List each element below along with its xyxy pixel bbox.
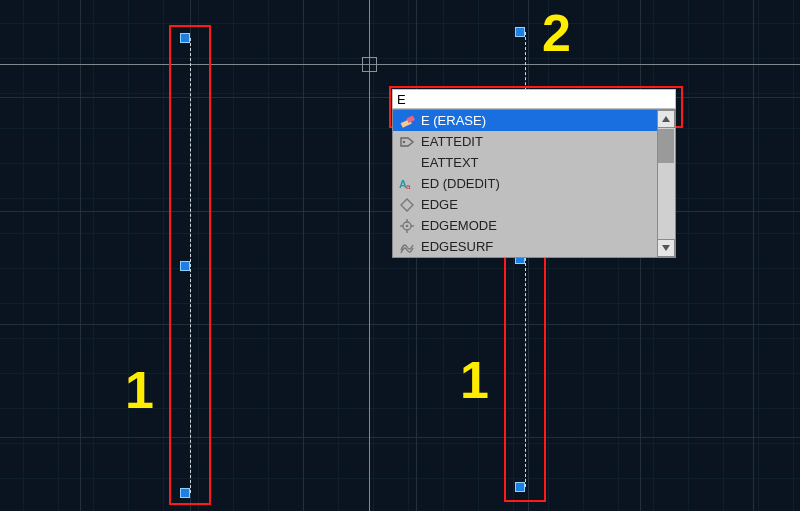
crosshair-horizontal	[0, 64, 800, 65]
annotation-highlight-left	[169, 25, 211, 505]
gear-icon	[399, 218, 415, 234]
text-edit-icon: Aa	[399, 176, 415, 192]
command-suggestion-item[interactable]: E (ERASE)	[393, 110, 657, 131]
grid-line	[753, 0, 754, 511]
command-suggestion-label: EATTEDIT	[421, 134, 483, 149]
svg-text:a: a	[406, 182, 411, 191]
command-suggestion-label: EDGEMODE	[421, 218, 497, 233]
command-suggestion-item[interactable]: EATTEDIT	[393, 131, 657, 152]
svg-marker-2	[401, 138, 413, 146]
grid-line	[80, 0, 81, 511]
blank-icon	[399, 155, 415, 171]
scrollbar-thumb[interactable]	[658, 129, 674, 163]
annotation-label-1-left: 1	[125, 360, 154, 420]
command-suggestion-list: E (ERASE)EATTEDITEATTEXTAaED (DDEDIT)EDG…	[392, 109, 676, 258]
command-suggestion-item[interactable]: AaED (DDEDIT)	[393, 173, 657, 194]
command-suggestion-label: EDGE	[421, 197, 458, 212]
annotation-label-2: 2	[542, 3, 571, 63]
grid-line	[0, 324, 800, 325]
chevron-up-icon	[662, 116, 670, 122]
command-suggestion-item[interactable]: EDGE	[393, 194, 657, 215]
svg-marker-6	[401, 199, 413, 211]
grid-line	[303, 0, 304, 511]
scroll-up-button[interactable]	[657, 110, 675, 128]
svg-point-8	[406, 224, 409, 227]
scroll-down-button[interactable]	[657, 239, 675, 257]
grid-line	[0, 437, 800, 438]
svg-marker-13	[662, 116, 670, 122]
command-autocomplete: E (ERASE)EATTEDITEATTEXTAaED (DDEDIT)EDG…	[392, 89, 676, 258]
tag-icon	[399, 134, 415, 150]
grip-endpoint[interactable]	[515, 27, 525, 37]
surface-icon	[399, 239, 415, 255]
chevron-down-icon	[662, 245, 670, 251]
annotation-label-1-right: 1	[460, 350, 489, 410]
eraser-icon	[399, 113, 415, 129]
command-suggestion-item[interactable]: EDGESURF	[393, 236, 657, 257]
diamond-icon	[399, 197, 415, 213]
svg-point-3	[403, 140, 405, 142]
command-suggestion-label: ED (DDEDIT)	[421, 176, 500, 191]
command-suggestion-label: EATTEXT	[421, 155, 479, 170]
crosshair-pickbox	[362, 57, 377, 72]
crosshair-vertical	[369, 0, 370, 511]
cad-drawing-area[interactable]: 1 1 2 E (ERASE)EATTEDITEATTEXTAaED (DDED…	[0, 0, 800, 511]
command-suggestion-item[interactable]: EDGEMODE	[393, 215, 657, 236]
annotation-highlight-right	[504, 248, 546, 502]
command-suggestion-label: EDGESURF	[421, 239, 493, 254]
command-input[interactable]	[392, 89, 676, 109]
command-suggestion-label: E (ERASE)	[421, 113, 486, 128]
svg-marker-14	[662, 245, 670, 251]
command-suggestion-item[interactable]: EATTEXT	[393, 152, 657, 173]
